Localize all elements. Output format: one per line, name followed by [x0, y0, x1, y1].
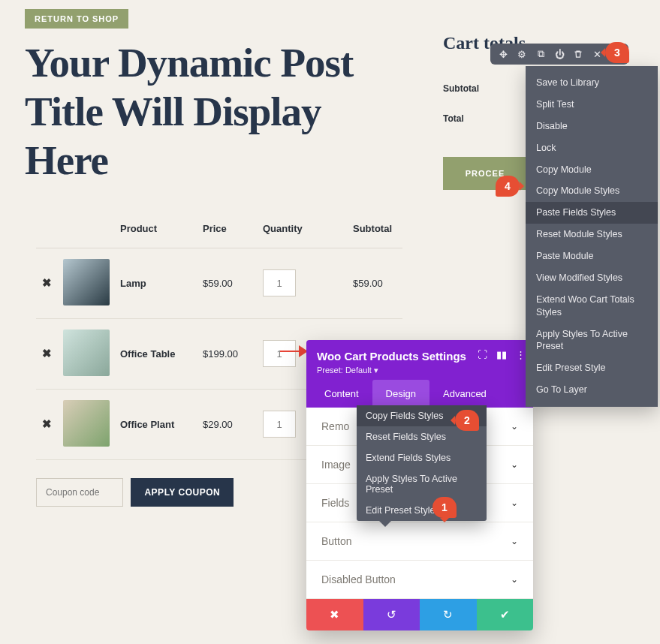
- gear-icon[interactable]: ⚙: [517, 49, 527, 59]
- fullscreen-icon[interactable]: ⛶: [478, 349, 487, 360]
- fields-menu-item[interactable]: Apply Styles To Active Preset: [357, 468, 487, 500]
- product-price: $59.00: [203, 248, 263, 318]
- chevron-down-icon: ⌄: [511, 459, 518, 470]
- context-menu-item[interactable]: Apply Styles To Active Preset: [526, 324, 658, 358]
- section-button[interactable]: Button⌄: [306, 522, 533, 561]
- callout-2: 2: [455, 410, 479, 431]
- th-subtotal: Subtotal: [353, 215, 402, 248]
- context-menu-item[interactable]: Paste Module: [526, 245, 658, 267]
- context-menu-item[interactable]: Copy Module Styles: [526, 180, 658, 202]
- context-menu-item[interactable]: Save to Library: [526, 72, 658, 94]
- trash-icon[interactable]: [573, 49, 583, 59]
- undo-button[interactable]: ↺: [363, 599, 420, 630]
- section-label: Image: [321, 459, 351, 471]
- callout-4: 4: [496, 176, 520, 197]
- context-menu-item[interactable]: Go To Layer: [526, 379, 658, 401]
- product-name: Office Plant: [120, 389, 203, 459]
- section-label: Disabled Button: [321, 573, 396, 585]
- panel-tabs: Content Design Advanced: [306, 380, 533, 408]
- chevron-down-icon: ⌄: [511, 574, 518, 585]
- module-context-menu: Save to LibrarySplit TestDisableLockCopy…: [526, 66, 658, 407]
- remove-item-button[interactable]: ✖: [36, 417, 57, 431]
- context-menu-item[interactable]: Paste Fields Styles: [526, 202, 658, 224]
- th-quantity: Quantity: [263, 215, 353, 248]
- return-to-shop-button[interactable]: RETURN TO SHOP: [25, 9, 128, 29]
- close-icon: ✖: [330, 608, 339, 621]
- context-menu-item[interactable]: View Modified Styles: [526, 267, 658, 289]
- product-thumbnail[interactable]: [63, 400, 110, 447]
- panel-more-icon[interactable]: ⋮: [516, 349, 526, 360]
- chevron-down-icon: ⌄: [511, 421, 518, 432]
- confirm-button[interactable]: ✔: [477, 599, 534, 630]
- chevron-down-icon: ⌄: [511, 498, 518, 508]
- fields-menu-item[interactable]: Extend Fields Styles: [357, 447, 487, 468]
- section-disabled-button[interactable]: Disabled Button⌄: [306, 561, 533, 599]
- product-price: $199.00: [203, 318, 263, 389]
- context-menu-item[interactable]: Lock: [526, 137, 658, 159]
- apply-coupon-button[interactable]: APPLY COUPON: [131, 478, 234, 507]
- context-menu-item[interactable]: Reset Module Styles: [526, 224, 658, 245]
- cancel-button[interactable]: ✖: [306, 599, 363, 630]
- check-icon: ✔: [500, 608, 510, 621]
- section-label: Remo: [321, 420, 349, 432]
- quantity-input[interactable]: [263, 269, 296, 296]
- callout-1: 1: [432, 497, 457, 518]
- tab-design[interactable]: Design: [372, 380, 429, 408]
- product-price: $29.00: [203, 389, 263, 459]
- section-label: Button: [321, 535, 351, 547]
- context-menu-item[interactable]: Edit Preset Style: [526, 357, 658, 379]
- tab-advanced[interactable]: Advanced: [429, 380, 500, 408]
- tab-content[interactable]: Content: [311, 380, 372, 408]
- page-title: Your Dynamic Post Title Will Display Her…: [25, 39, 413, 185]
- remove-item-button[interactable]: ✖: [36, 347, 57, 360]
- columns-icon[interactable]: ▮▮: [496, 349, 507, 360]
- redo-icon: ↻: [443, 608, 453, 621]
- th-price: Price: [203, 215, 263, 248]
- move-icon[interactable]: ✥: [498, 49, 508, 59]
- product-thumbnail[interactable]: [63, 259, 110, 305]
- th-product: Product: [120, 215, 203, 248]
- product-subtotal: $59.00: [353, 248, 402, 318]
- callout-3: 3: [605, 42, 629, 63]
- context-menu-item[interactable]: Copy Module: [526, 159, 658, 181]
- power-icon[interactable]: ⏻: [554, 49, 565, 59]
- panel-footer: ✖ ↺ ↻ ✔: [306, 599, 533, 630]
- coupon-input[interactable]: [36, 478, 123, 507]
- product-name: Lamp: [120, 248, 203, 318]
- panel-preset[interactable]: Preset: Default ▾: [317, 366, 523, 375]
- panel-header[interactable]: Woo Cart Products Settings Preset: Defau…: [306, 340, 533, 380]
- product-name: Office Table: [120, 318, 203, 389]
- fields-menu-item[interactable]: Edit Preset Style: [357, 500, 487, 521]
- quantity-input[interactable]: [263, 411, 296, 438]
- context-menu-item[interactable]: Disable: [526, 116, 658, 137]
- section-label: Fields: [321, 497, 349, 509]
- table-row: ✖Lamp$59.00$59.00: [36, 248, 402, 318]
- arrow-indicator-icon: [278, 345, 308, 357]
- chevron-down-icon: ⌄: [511, 536, 518, 546]
- context-menu-item[interactable]: Extend Woo Cart Totals Styles: [526, 289, 658, 324]
- duplicate-icon[interactable]: ⧉: [535, 49, 546, 59]
- remove-item-button[interactable]: ✖: [36, 276, 57, 290]
- undo-icon: ↺: [387, 608, 396, 621]
- context-menu-item[interactable]: Split Test: [526, 94, 658, 116]
- redo-button[interactable]: ↻: [420, 599, 477, 630]
- product-thumbnail[interactable]: [63, 330, 110, 376]
